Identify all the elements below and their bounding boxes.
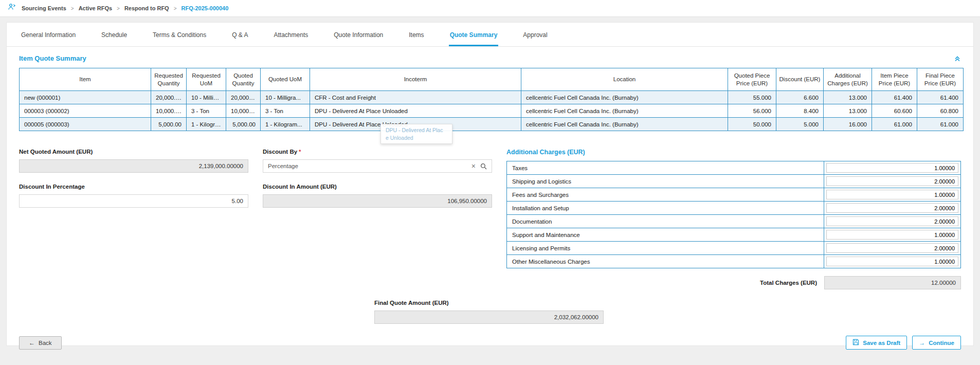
charge-amount-input[interactable] — [826, 190, 958, 199]
cell-location: cellcentric Fuel Cell Canada Inc. (Burna… — [521, 118, 728, 131]
back-arrow-icon: ← — [29, 339, 35, 346]
cell-final-piece-price: 60.800 — [917, 104, 964, 118]
continue-arrow-icon: → — [919, 339, 925, 346]
charge-amount-input[interactable] — [826, 243, 958, 253]
charge-label-taxes: Taxes — [507, 161, 824, 175]
cell-discount: 8.400 — [776, 104, 824, 118]
cell-quoted-quantity: 20,000.00 — [226, 91, 261, 104]
breadcrumb-active-rfqs[interactable]: Active RFQs — [79, 5, 112, 11]
additional-charges-title: Additional Charges (EUR) — [506, 149, 961, 156]
charge-amount-input[interactable] — [826, 257, 958, 266]
charge-amount-input[interactable] — [826, 216, 958, 226]
discount-in-amount-input — [263, 194, 492, 208]
tab-q-and-a[interactable]: Q & A — [231, 23, 249, 46]
charge-value-cell — [824, 255, 961, 268]
cell-quoted-piece-price: 55.000 — [728, 91, 776, 104]
charge-amount-input[interactable] — [826, 176, 958, 186]
continue-button[interactable]: → Continue — [912, 336, 961, 350]
tab-items[interactable]: Items — [408, 23, 425, 46]
column-header-requested-uom: Requested UoM — [187, 68, 226, 91]
net-quoted-amount-input — [19, 159, 248, 173]
charge-amount-input[interactable] — [826, 163, 958, 173]
cell-item: new (000001) — [20, 91, 151, 104]
tab-general-information[interactable]: General Information — [20, 23, 77, 46]
charge-label-fees-surcharges: Fees and Surcharges — [507, 188, 824, 202]
cell-requested-quantity: 5,000.00 — [151, 118, 187, 131]
discount-in-amount-label: Discount In Amount (EUR) — [263, 184, 492, 190]
charge-row: Other Miscellaneous Charges — [507, 255, 961, 268]
charge-row: Support and Maintenance — [507, 228, 961, 242]
search-icon[interactable] — [480, 163, 487, 170]
charge-label-documentation: Documentation — [507, 215, 824, 228]
cell-quoted-piece-price: 50.000 — [728, 118, 776, 131]
charge-label-installation-setup: Installation and Setup — [507, 202, 824, 215]
incoterm-tooltip: DPU - Delivered At Plac e Unloaded — [380, 124, 452, 144]
breadcrumb-rfq-number: RFQ-2025-000040 — [182, 5, 229, 11]
cell-item: 000003 (000002) — [20, 104, 151, 118]
clear-icon[interactable]: × — [471, 162, 476, 170]
charge-row: Licensing and Permits — [507, 242, 961, 255]
charge-label-licensing-permits: Licensing and Permits — [507, 242, 824, 255]
cell-requested-quantity: 20,000.00 — [151, 91, 187, 104]
charge-row: Taxes — [507, 161, 961, 175]
charge-label-shipping-logistics: Shipping and Logistics — [507, 175, 824, 188]
final-quote-amount-input — [374, 311, 604, 324]
incoterm-tooltip-line2: e Unloaded — [386, 134, 447, 142]
cell-item-piece-price: 61.000 — [872, 118, 917, 131]
save-icon — [852, 339, 859, 346]
discount-in-amount-field: Discount In Amount (EUR) — [263, 184, 492, 208]
action-bar: ← Back Save as Draft → Continue — [19, 336, 961, 350]
column-header-quoted-quantity: Quoted Quantity — [226, 68, 261, 91]
breadcrumb-respond-to-rfq[interactable]: Respond to RFQ — [124, 5, 169, 11]
cell-additional-charges: 16.000 — [824, 118, 872, 131]
cell-quoted-piece-price: 56.000 — [728, 104, 776, 118]
form-column-left: Net Quoted Amount (EUR) Discount In Perc… — [19, 149, 248, 289]
total-charges-input — [824, 276, 961, 289]
cell-quoted-quantity: 5,000.00 — [226, 118, 261, 131]
column-header-additional-charges: Additional Charges (EUR) — [824, 68, 872, 91]
cell-additional-charges: 13.000 — [824, 91, 872, 104]
breadcrumb-sourcing-events[interactable]: Sourcing Events — [22, 5, 66, 11]
required-indicator: * — [299, 149, 301, 155]
back-button[interactable]: ← Back — [19, 336, 62, 350]
discount-in-percentage-field: Discount In Percentage — [19, 184, 248, 208]
sourcing-app-icon[interactable] — [7, 3, 16, 14]
discount-by-label-text: Discount By — [263, 149, 297, 155]
cell-discount: 6.600 — [776, 91, 824, 104]
back-button-label: Back — [39, 340, 52, 346]
save-as-draft-button[interactable]: Save as Draft — [846, 336, 907, 350]
cell-requested-uom: 10 - Milligram — [187, 91, 226, 104]
column-header-quoted-uom: Quoted UoM — [261, 68, 310, 91]
cell-quoted-uom: 3 - Ton — [261, 104, 310, 118]
breadcrumb: Sourcing Events > Active RFQs > Respond … — [22, 5, 228, 11]
tab-attachments[interactable]: Attachments — [273, 23, 310, 46]
charge-value-cell — [824, 175, 961, 188]
charge-amount-input[interactable] — [826, 203, 958, 213]
column-header-location: Location — [521, 68, 728, 91]
charge-amount-input[interactable] — [826, 230, 958, 240]
tab-quote-summary[interactable]: Quote Summary — [449, 23, 499, 46]
discount-by-combobox[interactable]: Percentage × — [263, 159, 492, 173]
column-header-quoted-piece-price: Quoted Piece Price (EUR) — [728, 68, 776, 91]
continue-button-label: Continue — [929, 340, 954, 346]
table-header-row: Item Requested Quantity Requested UoM Qu… — [20, 68, 964, 91]
column-header-item: Item — [20, 68, 151, 91]
discount-in-percentage-label: Discount In Percentage — [19, 184, 248, 190]
discount-in-percentage-input[interactable] — [19, 194, 248, 208]
breadcrumb-separator: > — [174, 6, 177, 11]
cell-location: cellcentric Fuel Cell Canada Inc. (Burna… — [521, 91, 728, 104]
cell-quoted-quantity: 10,000.00 — [226, 104, 261, 118]
tab-schedule[interactable]: Schedule — [100, 23, 128, 46]
net-quoted-amount-field: Net Quoted Amount (EUR) — [19, 149, 248, 173]
cell-quoted-uom: 10 - Milligra... — [261, 91, 310, 104]
primary-actions: Save as Draft → Continue — [846, 336, 961, 350]
tab-quote-information[interactable]: Quote Information — [333, 23, 384, 46]
cell-final-piece-price: 61.400 — [917, 91, 964, 104]
tab-approval[interactable]: Approval — [522, 23, 548, 46]
charge-value-cell — [824, 242, 961, 255]
cell-requested-quantity: 10,000.00 — [151, 104, 187, 118]
tab-terms-and-conditions[interactable]: Terms & Conditions — [152, 23, 207, 46]
table-row: 000005 (000003) 5,000.00 1 - Kilogram 5,… — [20, 118, 964, 131]
final-quote-amount-field: Final Quote Amount (EUR) — [374, 300, 604, 324]
collapse-section-icon[interactable] — [954, 55, 961, 62]
